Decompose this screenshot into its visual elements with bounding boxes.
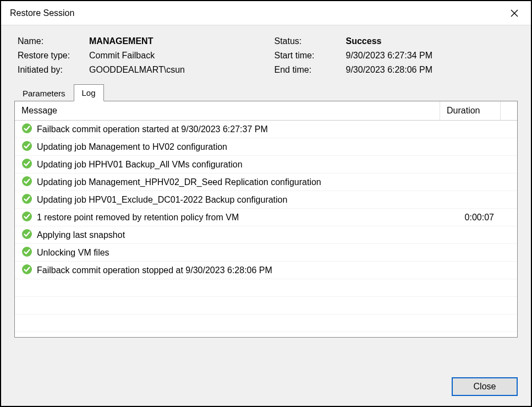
log-message-cell: Updating job HPV01_Exclude_DC01-2022 Bac… [15,192,440,208]
name-label: Name: [18,36,89,46]
log-row[interactable]: Unlocking VM files [15,244,517,262]
name-value: MANAGEMENT [89,36,258,46]
log-duration-cell [440,163,501,166]
log-row-empty [15,279,517,297]
log-message-text: Failback commit operation stopped at 9/3… [37,265,272,275]
log-message-cell [15,304,440,307]
log-row[interactable]: Updating job Management to HV02 configur… [15,138,517,156]
log-duration-cell [440,286,501,290]
info-right-column: Status: Success Start time: 9/30/2023 6:… [275,36,515,75]
success-icon [21,140,32,154]
log-row[interactable]: Updating job HPV01_Exclude_DC01-2022 Bac… [15,191,517,209]
column-header-pad [501,101,517,120]
log-row[interactable]: Failback commit operation started at 9/3… [15,121,517,138]
close-icon[interactable] [503,2,525,24]
log-duration-cell: 0:00:07 [440,211,501,224]
restore-session-dialog: Restore Session Name: MANAGEMENT Restore… [0,0,532,407]
log-message-cell [15,286,440,290]
log-message-cell: Applying last snapshot [15,227,440,243]
log-duration-cell [440,234,501,237]
start-time-value: 9/30/2023 6:27:34 PM [346,51,515,61]
log-message-cell: Unlocking VM files [15,245,440,261]
info-left-column: Name: MANAGEMENT Restore type: Commit Fa… [18,36,258,75]
success-icon [21,211,32,224]
log-panel: Message Duration Failback commit operati… [14,101,518,338]
success-icon [21,123,32,136]
tabs-area: Parameters Log Message Duration Failback… [14,84,518,338]
log-duration-cell [440,128,501,131]
restore-type-label: Restore type: [18,51,89,61]
status-value: Success [346,36,515,46]
log-duration-cell [440,304,501,307]
tab-log[interactable]: Log [74,84,104,101]
end-time-label: End time: [275,65,346,75]
log-message-text: Updating job Management_HPHV02_DR_Seed R… [37,177,321,187]
initiated-by-label: Initiated by: [18,65,89,75]
end-time-value: 9/30/2023 6:28:06 PM [346,65,515,75]
success-icon [21,246,32,259]
initiated-by-value: GOODDEALMART\csun [89,65,258,75]
titlebar: Restore Session [1,1,531,25]
log-row-empty [15,297,517,314]
success-icon [21,158,32,171]
success-icon [21,193,32,207]
log-message-cell: Failback commit operation stopped at 9/3… [15,262,440,279]
log-message-text: Updating job HPHV01 Backup_All VMs confi… [37,160,243,170]
log-duration-cell [440,269,501,272]
status-label: Status: [275,36,346,46]
log-message-cell: Updating job HPHV01 Backup_All VMs confi… [15,156,440,173]
log-message-text: Unlocking VM files [37,248,109,258]
log-message-text: Updating job Management to HV02 configur… [37,142,227,152]
log-message-text: 1 restore point removed by retention pol… [37,213,239,223]
close-button[interactable]: Close [452,377,518,396]
log-duration-cell [440,251,501,254]
log-message-cell: 1 restore point removed by retention pol… [15,209,440,226]
window-title: Restore Session [10,8,74,18]
success-icon [21,176,32,189]
log-duration-cell [440,322,501,325]
dialog-footer: Close [1,370,531,406]
log-message-cell [15,322,440,325]
log-row[interactable]: Applying last snapshot [15,226,517,244]
log-row[interactable]: Updating job Management_HPHV02_DR_Seed R… [15,173,517,191]
log-duration-cell [440,181,501,184]
log-duration-cell [440,198,501,202]
log-message-text: Applying last snapshot [37,230,125,240]
log-message-cell: Failback commit operation started at 9/3… [15,121,440,138]
log-row[interactable]: Updating job HPHV01 Backup_All VMs confi… [15,156,517,173]
column-header-duration[interactable]: Duration [440,101,501,120]
info-area: Name: MANAGEMENT Restore type: Commit Fa… [1,25,531,84]
log-rows: Failback commit operation started at 9/3… [15,121,517,337]
log-row-empty [15,314,517,332]
log-header: Message Duration [15,101,517,121]
success-icon [21,229,32,242]
log-message-cell: Updating job Management to HV02 configur… [15,139,440,155]
restore-type-value: Commit Failback [89,51,258,61]
start-time-label: Start time: [275,51,346,61]
log-message-text: Failback commit operation started at 9/3… [37,124,268,134]
log-duration-cell [440,145,501,149]
log-message-text: Updating job HPV01_Exclude_DC01-2022 Bac… [37,195,287,205]
tabstrip: Parameters Log [14,84,518,101]
success-icon [21,264,32,277]
tab-parameters[interactable]: Parameters [14,85,74,101]
log-row[interactable]: 1 restore point removed by retention pol… [15,209,517,226]
column-header-message[interactable]: Message [15,101,440,120]
log-message-cell: Updating job Management_HPHV02_DR_Seed R… [15,174,440,191]
log-row[interactable]: Failback commit operation stopped at 9/3… [15,262,517,279]
